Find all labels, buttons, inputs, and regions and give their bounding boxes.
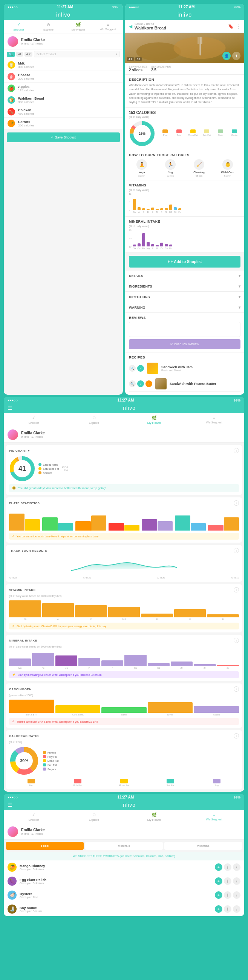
tab-wesuggest-3[interactable]: ≡ We Suggest xyxy=(184,413,245,427)
status-bar-1: ●●●○○ 11:27 AM 99% xyxy=(4,4,123,10)
suggest-tab-food[interactable]: Food xyxy=(6,842,84,850)
suggest-more-oysters[interactable]: ⋮ xyxy=(233,891,240,899)
vbar-fill-c xyxy=(75,605,107,617)
item-cal-chicken: 460 calories xyxy=(18,112,119,116)
tab-shoplist-4[interactable]: ✓ Shoplist xyxy=(4,810,64,824)
signal-2: ●●●○○ xyxy=(129,5,139,9)
serving-size-item: SERVING SIZE 2 slices xyxy=(129,65,147,72)
tab-shoplist-1[interactable]: ✓ Shoplist xyxy=(4,20,33,33)
suggest-more-mango[interactable]: ⋮ xyxy=(233,863,240,871)
suggest-info-btn-oysters[interactable]: i xyxy=(224,891,231,899)
item-icon-delete-cheese[interactable]: 🗑 xyxy=(8,73,15,80)
suggest-info-btn-eggplant[interactable]: i xyxy=(224,877,231,885)
suggest-add-eggplant[interactable]: + xyxy=(215,877,223,885)
tab-wesuggest-4[interactable]: ≡ We Suggest xyxy=(184,810,245,824)
tab-myhealth-4[interactable]: 🌿 My Health xyxy=(124,810,184,824)
track-info-icon[interactable]: i xyxy=(234,548,239,553)
vitamin-info-icon[interactable]: i xyxy=(234,587,239,592)
accordion-details[interactable]: DETAILS ▾ xyxy=(125,270,244,281)
accordion-ingredients[interactable]: INGREDIENTS ▾ xyxy=(125,281,244,292)
mhbar-fill-ca xyxy=(124,655,146,666)
pie-info-icon[interactable]: i xyxy=(234,448,239,453)
publish-review-button[interactable]: Publish My Review xyxy=(129,339,240,349)
suggest-info-btn-soy[interactable]: i xyxy=(224,905,231,913)
app-header-3: ☰ inlivo xyxy=(4,403,244,413)
burn-name-cleaning: Cleaning xyxy=(193,171,205,173)
item-name-milk: Milk xyxy=(18,62,119,65)
rating-1: 4.4 xyxy=(127,57,134,61)
mineral-subtitle: (% of daily value) xyxy=(129,225,240,228)
recipe-warning-icon[interactable]: ! xyxy=(145,380,152,387)
item-cal-bread: 300 calories xyxy=(18,100,119,104)
y-label-12: 12 xyxy=(129,193,131,195)
recipe-add-icon[interactable]: ✓ xyxy=(137,365,144,372)
pie-chart-title[interactable]: PIE CHART ▾ xyxy=(9,449,30,452)
mbar-fill-sa xyxy=(133,245,136,247)
date-1: APR 22 xyxy=(9,577,17,579)
suggest-add-mango[interactable]: + xyxy=(215,863,223,871)
save-shoplist-button[interactable]: ✓ Save Shoplist xyxy=(7,132,120,142)
calorie-ratio-info-icon[interactable]: i xyxy=(234,733,239,738)
tab-icon-shoplist: ✓ xyxy=(17,22,21,27)
recipe-search-icon[interactable]: 🔍 xyxy=(129,365,136,372)
filter-a[interactable]: A ▾ xyxy=(25,52,32,57)
suggest-tab-vitamins[interactable]: Vitamins xyxy=(164,842,242,850)
cbar-asp: Aspart xyxy=(194,706,239,716)
cal-color-sat xyxy=(43,764,46,767)
bar-fill-a xyxy=(137,207,141,210)
hamburger-icon-3[interactable]: ☰ xyxy=(8,405,13,411)
mbar-label-mg: Mg xyxy=(147,247,150,250)
bar-fill-e xyxy=(151,208,154,210)
hamburger-icon-4[interactable]: ☰ xyxy=(8,802,13,808)
product-action-1[interactable]: 👤 xyxy=(223,52,231,60)
review-input-box[interactable] xyxy=(129,322,240,337)
cal-color-sug xyxy=(43,768,46,770)
mhbar-f: F xyxy=(101,660,123,669)
filter-ai[interactable]: AI xyxy=(16,52,23,57)
tab-explore-3[interactable]: ⊙ Explore xyxy=(64,413,124,427)
mineral-health-title: MINERAL INTAKE xyxy=(9,639,37,642)
suggest-name-oysters: Oysters xyxy=(20,892,212,896)
suggest-info-btn-mango[interactable]: i xyxy=(224,863,231,871)
accordion-warning[interactable]: WARNING ▾ xyxy=(125,302,244,313)
tab-explore-1[interactable]: ⊙ Explore xyxy=(33,20,63,33)
back-arrow-icon[interactable]: ◀ xyxy=(129,24,132,29)
plate-bar-3a xyxy=(75,521,91,531)
burn-cleaning: 🧹 Cleaning 68 min xyxy=(186,159,212,177)
suggest-benefit-mango: Gives you: Selenium xyxy=(20,868,212,870)
tab-explore-4[interactable]: ⊙ Explore xyxy=(64,810,124,824)
product-action-2[interactable]: ⬆ xyxy=(232,52,240,60)
cbar-fill-asp xyxy=(194,706,239,713)
accordion-directions[interactable]: DIRECTIONS ▾ xyxy=(125,292,244,302)
suggest-add-oysters[interactable]: + xyxy=(215,891,223,899)
suggest-add-soy[interactable]: + xyxy=(215,905,223,913)
legend-label-satfat: Saturated Fat xyxy=(43,468,59,470)
add-shoplist-button[interactable]: + + Add to Shoplist xyxy=(129,256,240,267)
reviews-title: REVIEWS xyxy=(129,316,240,320)
accordion-arrow-details: ▾ xyxy=(239,274,240,278)
bookmark-icon[interactable]: 🔖 xyxy=(228,24,234,29)
suggest-more-eggplant[interactable]: ⋮ xyxy=(233,877,240,885)
recipe-thumb-2 xyxy=(155,378,167,390)
tab-myhealth-1[interactable]: 🌿 My Health xyxy=(63,20,93,33)
suggest-more-soy[interactable]: ⋮ xyxy=(233,905,240,913)
suggest-header-text: WE SUGGEST THESE PRODUCTS (for more: Sel… xyxy=(4,852,244,861)
tab-wesuggest-1[interactable]: ≡ We Suggest xyxy=(93,20,123,33)
vbar-fill-a xyxy=(42,603,74,617)
recipe-add-icon-2[interactable]: ✓ xyxy=(137,380,144,387)
suggest-icon-eggplant: 🍆 xyxy=(8,877,17,886)
plate-info-icon[interactable]: i xyxy=(234,500,239,506)
macro-label-sod: Sod. xyxy=(218,134,223,136)
suggest-tab-minerals[interactable]: Minerals xyxy=(85,842,163,850)
plate-bar-5a xyxy=(142,519,157,531)
calorie-donut-center: 39% xyxy=(20,759,28,763)
donut-center: 28% xyxy=(139,132,145,135)
recipe-search-icon-2[interactable]: 🔍 xyxy=(129,380,136,387)
more-icon[interactable]: ⋮ xyxy=(236,24,240,29)
search-input-1[interactable]: Select Product ▾ xyxy=(34,51,120,57)
mineral-info-icon[interactable]: i xyxy=(234,638,239,643)
tab-myhealth-3[interactable]: 🌿 My Health xyxy=(124,413,184,427)
suggest-screen: ●●●○○ 11:27 AM 99% ☰ inlivo ✓ Shoplist ⊙… xyxy=(4,794,244,916)
carcinogen-info-icon[interactable]: i xyxy=(234,686,239,692)
tab-shoplist-3[interactable]: ✓ Shoplist xyxy=(4,413,64,427)
